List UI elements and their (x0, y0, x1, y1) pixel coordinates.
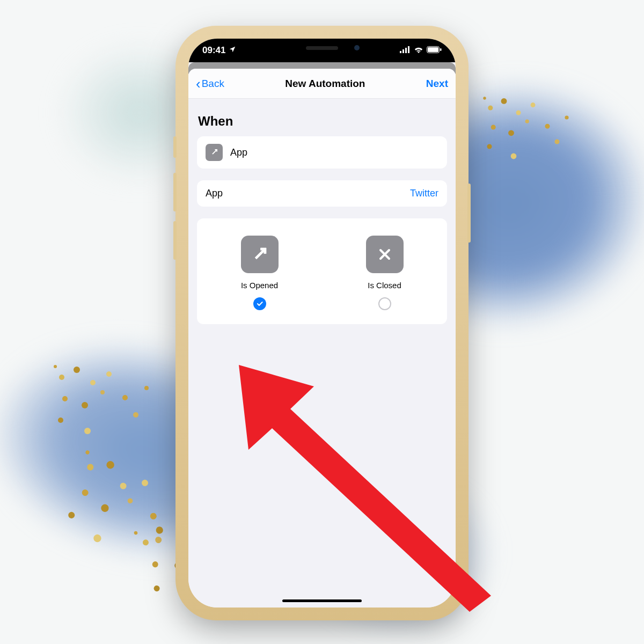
back-label: Back (202, 78, 224, 90)
home-indicator[interactable] (282, 599, 362, 602)
option-closed-label: Is Closed (368, 281, 401, 290)
trigger-label: App (230, 147, 247, 158)
app-row-value: Twitter (410, 188, 438, 199)
next-button[interactable]: Next (426, 78, 448, 90)
option-opened-check[interactable] (253, 297, 266, 310)
app-select-card[interactable]: App Twitter (197, 180, 447, 207)
svg-rect-1 (402, 49, 404, 53)
page-title: New Automation (285, 78, 365, 90)
back-button[interactable]: ‹ Back (196, 77, 224, 91)
location-arrow-icon (229, 45, 236, 56)
status-time: 09:41 (202, 45, 225, 56)
option-opened-label: Is Opened (241, 281, 278, 290)
option-closed-check[interactable] (378, 297, 391, 310)
wifi-icon (414, 45, 423, 56)
battery-icon (427, 45, 442, 56)
trigger-card[interactable]: App (197, 136, 447, 169)
option-is-closed[interactable]: Is Closed (366, 236, 404, 310)
svg-rect-5 (428, 47, 438, 52)
checkmark-icon (256, 300, 264, 308)
nav-bar: ‹ Back New Automation Next (188, 69, 456, 99)
open-close-options: Is Opened Is Closed (197, 218, 447, 324)
open-arrow-icon (241, 236, 279, 273)
app-row-label: App (206, 188, 223, 199)
svg-rect-0 (400, 51, 401, 53)
close-x-icon (366, 236, 404, 273)
svg-rect-6 (440, 48, 442, 51)
phone-screen: 09:41 ‹ (188, 39, 456, 608)
option-is-opened[interactable]: Is Opened (241, 236, 279, 310)
cellular-icon (400, 45, 411, 56)
svg-rect-2 (405, 48, 407, 53)
section-header-when: When (198, 114, 447, 129)
modal-sheet: ‹ Back New Automation Next When App (188, 69, 456, 608)
open-arrow-icon (206, 144, 223, 161)
svg-rect-3 (408, 46, 409, 53)
chevron-left-icon: ‹ (196, 77, 201, 91)
phone-frame: 09:41 ‹ (179, 29, 465, 617)
